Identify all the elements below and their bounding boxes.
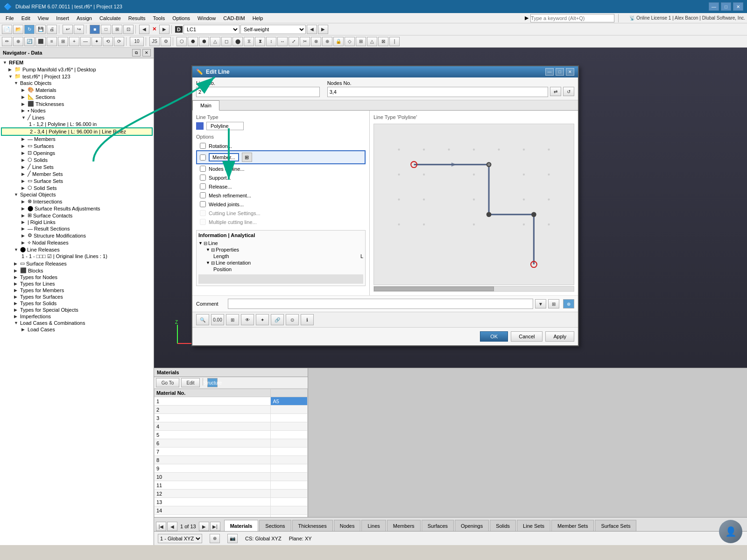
t2-6[interactable]: ⊞ (58, 37, 68, 46)
t2-34[interactable]: | (389, 37, 400, 46)
tree-rfem-root[interactable]: ▼ RFEM (1, 59, 153, 66)
t2-3[interactable]: 🔄 (24, 37, 35, 46)
apply-button[interactable]: Apply (545, 331, 574, 342)
mat-struct-btn[interactable]: Structure (207, 378, 218, 387)
tree-line2[interactable]: 2 - 3,4 | Polyline | L: 96.000 in | Line… (1, 127, 153, 136)
t2-7[interactable]: + (69, 37, 79, 46)
nodes-no-input[interactable] (327, 87, 548, 97)
t2-26[interactable]: ✂ (300, 37, 310, 46)
tree-materials[interactable]: ▶ 🎨 Materials (1, 86, 153, 93)
page-prev-btn[interactable]: ◀ (167, 522, 177, 531)
tree-lines[interactable]: ▼ ╱ Lines (1, 114, 153, 121)
view2-btn[interactable]: □ (101, 25, 111, 34)
t2-12[interactable]: 10 (130, 37, 144, 46)
tab-openings[interactable]: Openings (455, 520, 489, 531)
tree-lc-sub[interactable]: ▶ Load Cases (1, 326, 153, 333)
view3-btn[interactable]: ⊞ (112, 25, 122, 34)
menu-help[interactable]: Help (249, 14, 267, 22)
t2-22[interactable]: ⧗ (255, 37, 265, 46)
t2-17[interactable]: ⬢ (199, 37, 209, 46)
tab-lines[interactable]: Lines (361, 520, 386, 531)
member-btn[interactable]: Member... (209, 153, 239, 161)
comment-dropdown-btn[interactable]: ▼ (535, 299, 546, 308)
table-row[interactable]: 12 (155, 490, 308, 498)
view1-btn[interactable]: ■ (90, 25, 100, 34)
menu-insert[interactable]: Insert (52, 14, 73, 22)
tree-types-lines[interactable]: ▶ Types for Lines (1, 280, 153, 287)
menu-results[interactable]: Results (125, 14, 149, 22)
t2-16[interactable]: ⬣ (188, 37, 198, 46)
tree-solidsets[interactable]: ▶ ⬡ Solid Sets (1, 184, 153, 191)
status-cam-btn[interactable]: 📷 (227, 534, 238, 543)
t2-21[interactable]: ⧖ (244, 37, 254, 46)
menu-assign[interactable]: Assign (73, 14, 96, 22)
tab-materials[interactable]: Materials (224, 520, 259, 531)
dialog-min-btn[interactable]: — (545, 68, 554, 76)
tab-sections[interactable]: Sections (259, 520, 291, 531)
tree-basic-objects[interactable]: ▼ Basic Objects (1, 80, 153, 86)
tab-linesets[interactable]: Line Sets (517, 520, 550, 531)
t2-27[interactable]: ⊗ (311, 37, 321, 46)
tree-rigid-links[interactable]: ▶ | Rigid Links (1, 219, 153, 225)
comment-input[interactable] (228, 299, 533, 309)
page-first-btn[interactable]: |◀ (156, 522, 166, 531)
lc-arrow-btn[interactable]: ◀ (307, 25, 317, 34)
preview-hscroll[interactable] (374, 286, 574, 292)
table-row[interactable]: 5 (155, 431, 308, 439)
lc-play-btn[interactable]: ▶ (318, 25, 328, 34)
chk-release[interactable] (200, 183, 206, 189)
dialog-max-btn[interactable]: □ (556, 68, 564, 76)
table-row[interactable]: 1A5 (155, 397, 308, 406)
t2-32[interactable]: △ (367, 37, 377, 46)
table-row[interactable]: 10 (155, 473, 308, 481)
keyword-search-input[interactable] (530, 14, 614, 22)
tab-membersets[interactable]: Member Sets (551, 520, 594, 531)
lc-next-btn[interactable]: ▶ (159, 25, 169, 34)
tree-sections[interactable]: ▶ 📐 Sections (1, 93, 153, 100)
dialog-tab-main[interactable]: Main (192, 100, 219, 111)
nav-header-btns[interactable]: ⧉ ✕ (132, 49, 151, 56)
cancel-button[interactable]: Cancel (511, 331, 543, 342)
tree-project1[interactable]: ▶ 📁 Pump Manifold v3.rf6* | Desktop (1, 66, 153, 73)
tab-surfacesets[interactable]: Surface Sets (595, 520, 636, 531)
tab-nodes[interactable]: Nodes (334, 520, 361, 531)
menu-window[interactable]: Window (194, 14, 219, 22)
tree-line-releases[interactable]: ▼ ⬤ Line Releases (1, 246, 153, 253)
t2-20[interactable]: ⬤ (233, 37, 243, 46)
open-btn[interactable]: 📂 (13, 25, 23, 34)
status-snap-btn[interactable]: ⊕ (210, 534, 220, 543)
save-btn[interactable]: 💾 (35, 25, 46, 34)
t2-31[interactable]: ⊞ (356, 37, 366, 46)
mat-goto-btn[interactable]: Go To (156, 378, 179, 387)
info-scroll[interactable] (198, 274, 363, 284)
t2-23[interactable]: ↕ (266, 37, 276, 46)
tab-surfaces[interactable]: Surfaces (422, 520, 454, 531)
table-row[interactable]: 13 (155, 498, 308, 506)
t2-13[interactable]: JS (149, 37, 160, 46)
maximize-button[interactable]: □ (721, 2, 731, 11)
comment-extra-btn[interactable]: ⊕ (563, 299, 574, 308)
t2-33[interactable]: ⊠ (378, 37, 388, 46)
menu-view[interactable]: View (34, 14, 53, 22)
t2-18[interactable]: △ (210, 37, 220, 46)
tree-blocks[interactable]: ▶ ⬛ Blocks (1, 267, 153, 274)
lc-prev-btn[interactable]: ◀ (139, 25, 149, 34)
t2-24[interactable]: ↔ (277, 37, 288, 46)
lc-select[interactable]: LC1 (183, 25, 240, 34)
tree-surf-contacts[interactable]: ▶ ⊞ Surface Contacts (1, 212, 153, 219)
chk-mesh-ref[interactable] (200, 192, 206, 198)
tree-membersets[interactable]: ▶ ╱ Member Sets (1, 170, 153, 177)
chk-nodes-on-line[interactable] (200, 166, 206, 172)
line-no-input[interactable] (196, 87, 320, 97)
mat-edit-btn[interactable]: Edit (181, 378, 200, 387)
tree-nodal-releases[interactable]: ▶ ⟡ Nodal Releases (1, 239, 153, 246)
tree-imperfections[interactable]: ▶ Imperfections (1, 313, 153, 320)
tree-intersections[interactable]: ▶ ⊗ Intersections (1, 198, 153, 205)
tree-project2[interactable]: ▼ 📁 test.rf6* | Project 123 (1, 73, 153, 80)
dlg-clip-btn[interactable]: ⊙ (286, 314, 299, 325)
nodes-reset-btn[interactable]: ↺ (563, 87, 574, 96)
t2-25[interactable]: ⤢ (289, 37, 299, 46)
dialog-win-btns[interactable]: — □ ✕ (545, 68, 574, 76)
menu-calculate[interactable]: Calculate (96, 14, 125, 22)
tree-types-solids[interactable]: ▶ Types for Solids (1, 300, 153, 307)
